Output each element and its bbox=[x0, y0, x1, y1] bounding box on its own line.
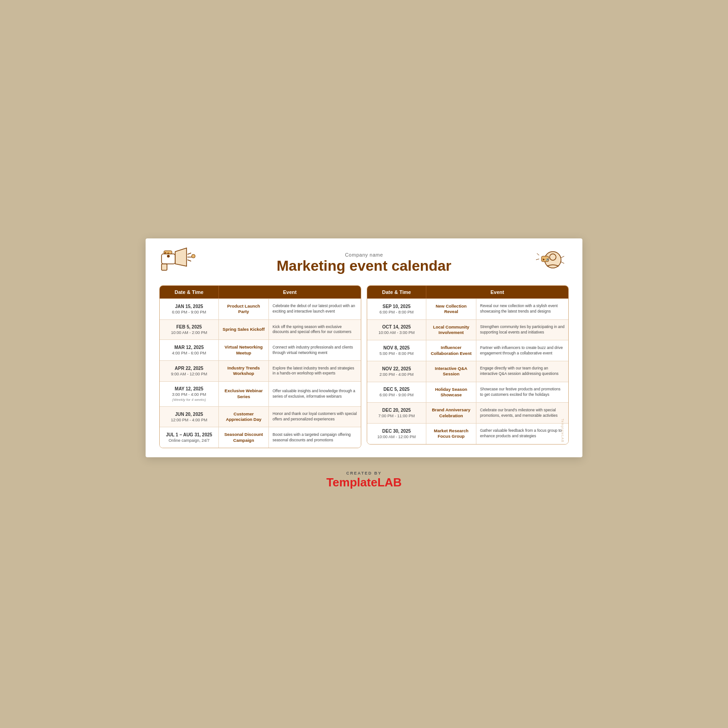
date-value: APR 22, 2025 bbox=[163, 366, 215, 371]
event-desc-cell: Celebrate our brand's milestone with spe… bbox=[476, 403, 568, 423]
date-time-cell: SEP 10, 20256:00 PM - 8:00 PM bbox=[367, 299, 426, 319]
event-name-cell: Interactive Q&A Session bbox=[426, 361, 476, 382]
date-time-cell: NOV 8, 20255:00 PM - 8:00 PM bbox=[367, 340, 426, 361]
event-desc-cell: Strengthen community ties by participati… bbox=[476, 320, 568, 340]
event-desc-cell: Engage directly with our team during an … bbox=[476, 361, 568, 382]
page-wrapper: ▶ ☁ Company name Marketing event calenda… bbox=[146, 238, 582, 457]
left-datetime-header: Date & Time bbox=[160, 286, 219, 298]
event-desc-cell: Explore the latest industry trends and s… bbox=[269, 361, 361, 381]
event-name-text: Local Community Involvement bbox=[430, 324, 472, 336]
date-value: JAN 15, 2025 bbox=[163, 304, 215, 309]
time-value: 2:00 PM - 4:00 PM bbox=[371, 372, 422, 377]
date-value: DEC 5, 2025 bbox=[371, 387, 422, 392]
event-name-cell: Spring Sales Kickoff bbox=[219, 320, 269, 340]
event-name-cell: Virtual Networking Meetup bbox=[219, 340, 269, 360]
event-name-text: Spring Sales Kickoff bbox=[222, 327, 264, 332]
company-name: Company name bbox=[159, 252, 569, 258]
left-table-body: JAN 15, 20256:00 PM - 9:00 PMProduct Lau… bbox=[160, 298, 361, 448]
event-desc-text: Strengthen community ties by participati… bbox=[480, 324, 565, 335]
table-row: JAN 15, 20256:00 PM - 9:00 PMProduct Lau… bbox=[160, 298, 361, 319]
event-desc-cell: Celebrate the debut of our latest produc… bbox=[269, 299, 361, 319]
tables-container: Date & Time Event JAN 15, 20256:00 PM - … bbox=[159, 285, 569, 448]
event-name-text: Exclusive Webinar Series bbox=[222, 388, 265, 399]
event-name-cell: Product Launch Party bbox=[219, 299, 269, 319]
date-value: DEC 20, 2025 bbox=[371, 408, 422, 413]
event-desc-cell: Showcase our festive products and promot… bbox=[476, 382, 568, 403]
event-content: Industry Trends WorkshopExplore the late… bbox=[219, 361, 361, 381]
event-content: Seasonal Discount CampaignBoost sales wi… bbox=[219, 427, 361, 448]
date-time-cell: DEC 5, 20256:00 PM - 9:00 PM bbox=[367, 382, 426, 403]
table-row: OCT 14, 202510:00 AM - 3:00 PMLocal Comm… bbox=[367, 319, 568, 340]
event-name-cell: Brand Anniversary Celebration bbox=[426, 403, 476, 423]
watermark: TemplateLAB bbox=[561, 417, 568, 444]
table-row: MAR 12, 20254:00 PM - 6:00 PMVirtual Net… bbox=[160, 339, 361, 360]
brand-name: TemplateLAB bbox=[326, 475, 402, 490]
event-content: Spring Sales KickoffKick off the spring … bbox=[219, 320, 361, 340]
event-name-cell: Influencer Collaboration Event bbox=[426, 340, 476, 361]
time-value: 10:00 AM - 3:00 PM bbox=[371, 330, 422, 335]
event-desc-cell: Offer valuable insights and knowledge th… bbox=[269, 382, 361, 406]
svg-point-3 bbox=[167, 255, 170, 258]
date-value: FEB 5, 2025 bbox=[163, 324, 215, 329]
event-name-text: Industry Trends Workshop bbox=[222, 365, 265, 377]
svg-rect-2 bbox=[162, 264, 167, 270]
date-value: NOV 22, 2025 bbox=[371, 366, 422, 371]
event-name-text: Customer Appreciation Day bbox=[222, 411, 265, 423]
svg-line-5 bbox=[187, 253, 191, 254]
date-value: MAY 12, 2025 bbox=[163, 386, 215, 391]
time-value: 7:00 PM - 11:00 PM bbox=[371, 414, 422, 418]
event-name-text: Holiday Season Showcase bbox=[430, 387, 472, 398]
header-center: Company name Marketing event calendar bbox=[159, 252, 569, 274]
calendar-title: Marketing event calendar bbox=[159, 258, 569, 274]
event-name-cell: New Collection Reveal bbox=[426, 299, 476, 319]
right-event-header: Event bbox=[426, 286, 568, 298]
event-content: Customer Appreciation DayHonor and thank… bbox=[219, 407, 361, 427]
brand-template: Template bbox=[326, 475, 377, 489]
event-content: Brand Anniversary CelebrationCelebrate o… bbox=[426, 403, 568, 423]
event-desc-cell: Boost sales with a targeted campaign off… bbox=[269, 427, 361, 448]
event-name-cell: Industry Trends Workshop bbox=[219, 361, 269, 381]
created-by-label: CREATED BY bbox=[326, 471, 402, 475]
time-value: 10:00 AM - 2:00 PM bbox=[163, 330, 215, 335]
right-table: Date & Time Event SEP 10, 20256:00 PM - … bbox=[367, 285, 569, 445]
date-time-cell: OCT 14, 202510:00 AM - 3:00 PM bbox=[367, 320, 426, 340]
table-row: JUL 1 – AUG 31, 2025Online campaign, 24/… bbox=[160, 427, 361, 448]
header: ▶ ☁ Company name Marketing event calenda… bbox=[159, 252, 569, 274]
event-name-cell: Holiday Season Showcase bbox=[426, 382, 476, 403]
right-datetime-header: Date & Time bbox=[367, 286, 426, 298]
svg-line-6 bbox=[187, 260, 191, 261]
time-value: 6:00 PM - 9:00 PM bbox=[371, 393, 422, 397]
event-desc-text: Boost sales with a targeted campaign off… bbox=[273, 432, 357, 443]
date-value: DEC 30, 2025 bbox=[371, 429, 422, 434]
event-desc-text: Engage directly with our team during an … bbox=[480, 366, 565, 377]
event-content: Market Research Focus GroupGather valuab… bbox=[426, 424, 568, 444]
event-content: Interactive Q&A SessionEngage directly w… bbox=[426, 361, 568, 382]
event-desc-text: Reveal our new collection with a stylish… bbox=[480, 303, 565, 314]
event-desc-text: Kick off the spring season with exclusiv… bbox=[273, 324, 357, 335]
event-name-text: Product Launch Party bbox=[222, 303, 265, 315]
time-value: 9:00 AM - 12:00 PM bbox=[163, 372, 215, 376]
event-desc-cell: Kick off the spring season with exclusiv… bbox=[269, 320, 361, 340]
event-content: New Collection RevealReveal our new coll… bbox=[426, 299, 568, 319]
event-desc-text: Celebrate our brand's milestone with spe… bbox=[480, 408, 565, 419]
right-table-wrapper: Date & Time Event SEP 10, 20256:00 PM - … bbox=[367, 285, 569, 448]
footer-brand: CREATED BY TemplateLAB bbox=[326, 471, 402, 490]
svg-line-14 bbox=[537, 253, 539, 255]
date-value: SEP 10, 2025 bbox=[371, 304, 422, 309]
time-value: 12:00 PM - 4:00 PM bbox=[163, 418, 215, 422]
event-desc-text: Partner with influencers to create buzz … bbox=[480, 345, 565, 356]
date-time-cell: FEB 5, 202510:00 AM - 2:00 PM bbox=[160, 320, 219, 340]
event-content: Product Launch PartyCelebrate the debut … bbox=[219, 299, 361, 319]
table-row: DEC 20, 20257:00 PM - 11:00 PMBrand Anni… bbox=[367, 402, 568, 423]
event-content: Exclusive Webinar SeriesOffer valuable i… bbox=[219, 382, 361, 406]
left-event-header: Event bbox=[219, 286, 361, 298]
event-name-text: Interactive Q&A Session bbox=[430, 366, 472, 377]
event-name-text: Seasonal Discount Campaign bbox=[222, 432, 265, 443]
table-row: JUN 20, 202512:00 PM - 4:00 PMCustomer A… bbox=[160, 406, 361, 427]
event-name-text: New Collection Reveal bbox=[430, 303, 472, 315]
event-content: Influencer Collaboration EventPartner wi… bbox=[426, 340, 568, 361]
event-desc-text: Connect with industry professionals and … bbox=[273, 345, 357, 356]
time-value: 3:00 PM - 4:00 PM bbox=[163, 392, 215, 397]
event-name-text: Influencer Collaboration Event bbox=[430, 345, 472, 356]
date-time-cell: APR 22, 20259:00 AM - 12:00 PM bbox=[160, 361, 219, 381]
